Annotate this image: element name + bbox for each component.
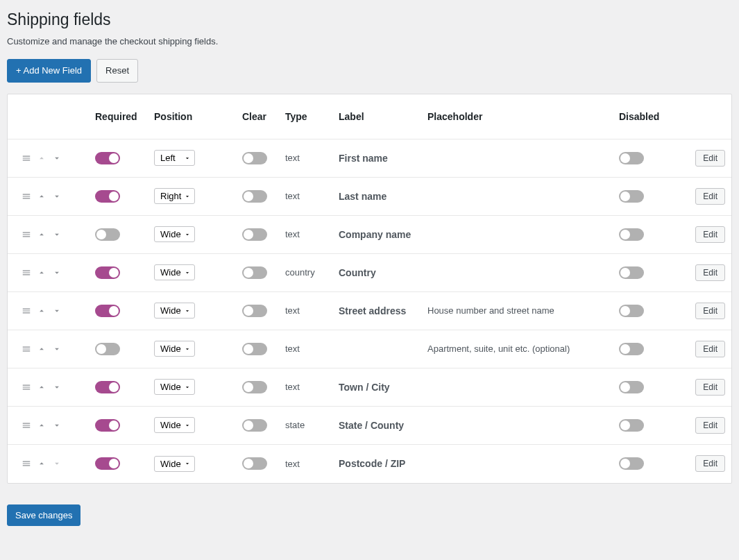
table-row: LeftRightWide country Country Edit bbox=[8, 254, 731, 292]
required-toggle[interactable] bbox=[95, 266, 120, 279]
required-toggle[interactable] bbox=[95, 419, 120, 432]
disabled-toggle[interactable] bbox=[619, 457, 644, 470]
position-select[interactable]: LeftRightWide bbox=[154, 379, 195, 395]
move-down-icon[interactable] bbox=[52, 382, 62, 392]
clear-toggle[interactable] bbox=[242, 457, 267, 470]
move-down-icon[interactable] bbox=[52, 153, 62, 163]
clear-toggle[interactable] bbox=[242, 305, 267, 317]
edit-cell: Edit bbox=[672, 257, 731, 288]
edit-button[interactable]: Edit bbox=[695, 303, 725, 319]
placeholder-cell bbox=[422, 418, 613, 432]
edit-button[interactable]: Edit bbox=[695, 455, 725, 472]
disabled-toggle[interactable] bbox=[619, 190, 644, 203]
disabled-cell bbox=[613, 145, 672, 171]
label-cell: Country bbox=[333, 260, 422, 285]
drag-handle-icon[interactable] bbox=[22, 153, 31, 163]
required-cell bbox=[90, 260, 148, 286]
drag-handle-icon[interactable] bbox=[22, 192, 31, 201]
move-down-icon[interactable] bbox=[52, 306, 62, 316]
move-up-icon[interactable] bbox=[37, 268, 46, 278]
clear-toggle[interactable] bbox=[242, 228, 267, 241]
disabled-toggle[interactable] bbox=[619, 419, 644, 432]
position-select[interactable]: LeftRightWide bbox=[154, 264, 195, 280]
col-disabled: Disabled bbox=[613, 103, 672, 130]
clear-toggle[interactable] bbox=[242, 266, 267, 279]
drag-handle-icon[interactable] bbox=[22, 459, 31, 468]
position-select[interactable]: LeftRightWide bbox=[154, 188, 195, 204]
label-cell: Street address bbox=[333, 298, 422, 323]
edit-button[interactable]: Edit bbox=[695, 417, 725, 434]
move-up-icon[interactable] bbox=[37, 421, 46, 430]
move-up-icon[interactable] bbox=[37, 459, 46, 468]
clear-toggle[interactable] bbox=[242, 381, 267, 393]
move-up-icon[interactable] bbox=[37, 382, 46, 392]
position-select[interactable]: LeftRightWide bbox=[154, 226, 195, 242]
drag-handle-icon[interactable] bbox=[22, 382, 31, 392]
position-select[interactable]: LeftRightWide bbox=[154, 303, 195, 319]
required-toggle[interactable] bbox=[95, 381, 120, 393]
reset-button[interactable]: Reset bbox=[96, 59, 138, 83]
position-cell: LeftRightWide bbox=[148, 143, 237, 173]
position-select[interactable]: LeftRightWide bbox=[154, 150, 195, 166]
required-toggle[interactable] bbox=[95, 228, 120, 241]
type-cell: text bbox=[280, 184, 333, 208]
position-select[interactable]: LeftRightWide bbox=[154, 456, 195, 472]
sort-controls bbox=[8, 261, 90, 285]
drag-handle-icon[interactable] bbox=[22, 306, 31, 316]
col-clear: Clear bbox=[237, 103, 280, 130]
save-changes-button[interactable]: Save changes bbox=[7, 504, 80, 526]
edit-button[interactable]: Edit bbox=[695, 188, 725, 205]
move-down-icon[interactable] bbox=[52, 230, 62, 239]
edit-button[interactable]: Edit bbox=[695, 379, 725, 396]
required-toggle[interactable] bbox=[95, 305, 120, 317]
table-row: LeftRightWide text Apartment, suite, uni… bbox=[8, 330, 731, 368]
move-down-icon[interactable] bbox=[52, 268, 62, 278]
clear-toggle[interactable] bbox=[242, 343, 267, 355]
sort-controls bbox=[8, 414, 90, 437]
table-row: LeftRightWide text Postcode / ZIP Edit bbox=[8, 445, 731, 483]
disabled-cell bbox=[613, 183, 672, 210]
position-select[interactable]: LeftRightWide bbox=[154, 417, 195, 433]
position-select[interactable]: LeftRightWide bbox=[154, 341, 195, 357]
move-up-icon[interactable] bbox=[37, 192, 46, 201]
disabled-toggle[interactable] bbox=[619, 305, 644, 317]
disabled-toggle[interactable] bbox=[619, 381, 644, 393]
disabled-toggle[interactable] bbox=[619, 228, 644, 241]
drag-handle-icon[interactable] bbox=[22, 268, 31, 278]
type-cell: text bbox=[280, 337, 333, 361]
move-up-icon[interactable] bbox=[37, 306, 46, 316]
edit-button[interactable]: Edit bbox=[695, 226, 725, 243]
move-down-icon[interactable] bbox=[52, 421, 62, 430]
table-row: LeftRightWide text Street address House … bbox=[8, 292, 731, 330]
disabled-toggle[interactable] bbox=[619, 266, 644, 279]
required-toggle[interactable] bbox=[95, 190, 120, 203]
col-actions bbox=[672, 108, 731, 125]
disabled-toggle[interactable] bbox=[619, 152, 644, 164]
clear-toggle[interactable] bbox=[242, 152, 267, 164]
label-cell: State / County bbox=[333, 413, 422, 438]
add-new-field-button[interactable]: + Add New Field bbox=[7, 59, 91, 83]
required-toggle[interactable] bbox=[95, 152, 120, 164]
table-row: LeftRightWide text Last name Edit bbox=[8, 178, 731, 216]
required-toggle[interactable] bbox=[95, 457, 120, 470]
type-cell: text bbox=[280, 146, 333, 170]
sort-controls bbox=[8, 337, 90, 361]
clear-cell bbox=[237, 183, 280, 210]
move-up-icon[interactable] bbox=[37, 230, 46, 239]
clear-toggle[interactable] bbox=[242, 419, 267, 432]
move-up-icon[interactable] bbox=[37, 344, 46, 354]
required-toggle[interactable] bbox=[95, 343, 120, 355]
move-down-icon[interactable] bbox=[52, 192, 62, 201]
edit-button[interactable]: Edit bbox=[695, 150, 725, 167]
drag-handle-icon[interactable] bbox=[22, 421, 31, 430]
disabled-toggle[interactable] bbox=[619, 343, 644, 355]
edit-button[interactable]: Edit bbox=[695, 264, 725, 281]
drag-handle-icon[interactable] bbox=[22, 230, 31, 239]
clear-toggle[interactable] bbox=[242, 190, 267, 203]
move-down-icon[interactable] bbox=[52, 344, 62, 354]
edit-button[interactable]: Edit bbox=[695, 341, 725, 357]
sort-controls bbox=[8, 452, 90, 475]
col-sort bbox=[8, 108, 90, 125]
drag-handle-icon[interactable] bbox=[22, 344, 31, 354]
placeholder-cell bbox=[422, 380, 613, 394]
